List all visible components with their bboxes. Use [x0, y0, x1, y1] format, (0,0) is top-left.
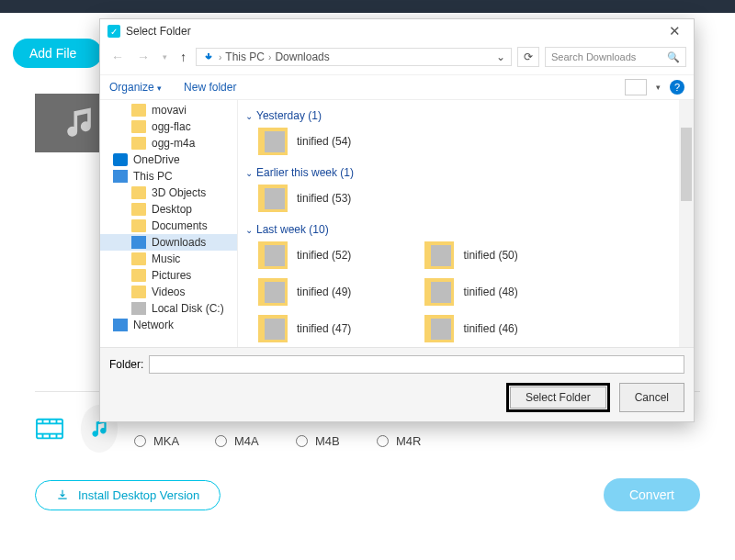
folder-tree: movaviogg-flacogg-m4aOneDriveThis PC3D O…: [100, 100, 238, 347]
app-topbar: [0, 0, 735, 13]
install-desktop-button[interactable]: Install Desktop Version: [35, 480, 220, 510]
select-folder-highlight: Select Folder: [506, 383, 610, 412]
tree-item-movavi[interactable]: movavi: [100, 102, 237, 118]
folder-item[interactable]: tinified (48): [424, 278, 517, 306]
folder-field-label: Folder:: [109, 358, 143, 371]
tree-item-pictures[interactable]: Pictures: [100, 267, 237, 284]
down-arrow-icon: [202, 51, 215, 62]
tree-item-ogg-m4a[interactable]: ogg-m4a: [100, 135, 237, 151]
tree-item-this-pc[interactable]: This PC: [100, 168, 237, 185]
dialog-title: Select Folder: [126, 25, 191, 38]
add-file-button[interactable]: Add File: [13, 39, 102, 68]
forward-icon[interactable]: →: [133, 50, 153, 64]
format-option-m4b[interactable]: M4B: [296, 434, 377, 448]
tree-item-documents[interactable]: Documents: [100, 218, 237, 234]
search-input[interactable]: Search Downloads 🔍: [545, 47, 686, 67]
tree-item-videos[interactable]: Videos: [100, 284, 237, 300]
tree-item-desktop[interactable]: Desktop: [100, 201, 237, 218]
format-option-mka[interactable]: MKA: [134, 434, 215, 448]
folder-item[interactable]: tinified (46): [424, 315, 517, 342]
search-placeholder: Search Downloads: [551, 51, 636, 62]
path-segment[interactable]: Downloads: [275, 50, 329, 63]
dialog-toolbar: Organize ▾ New folder ▾ ?: [100, 74, 694, 99]
up-icon[interactable]: ↑: [176, 50, 190, 64]
group-header[interactable]: ⌄Yesterday (1): [245, 104, 686, 126]
cancel-button[interactable]: Cancel: [619, 383, 684, 412]
search-icon: 🔍: [667, 51, 680, 63]
close-icon[interactable]: ✕: [663, 23, 686, 39]
tree-item-local-disk-c-[interactable]: Local Disk (C:): [100, 300, 237, 317]
help-icon[interactable]: ?: [670, 80, 684, 95]
video-format-icon[interactable]: [35, 413, 64, 444]
organize-menu[interactable]: Organize ▾: [109, 81, 162, 94]
scrollbar[interactable]: [679, 100, 694, 347]
app-logo-icon: ✓: [107, 25, 120, 38]
music-note-icon: [59, 103, 99, 143]
folder-item[interactable]: tinified (53): [258, 185, 351, 212]
tree-item-network[interactable]: Network: [100, 317, 237, 333]
download-icon: [56, 488, 69, 501]
dialog-body: movaviogg-flacogg-m4aOneDriveThis PC3D O…: [100, 99, 694, 347]
group-header[interactable]: ⌄Earlier this week (1): [245, 161, 686, 183]
group-header[interactable]: ⌄Last week (10): [245, 218, 686, 240]
dialog-titlebar: ✓ Select Folder ✕: [100, 19, 694, 43]
tree-item-music[interactable]: Music: [100, 251, 237, 267]
folder-item[interactable]: tinified (54): [258, 128, 351, 155]
folder-name-input[interactable]: [149, 355, 684, 374]
tree-item-downloads[interactable]: Downloads: [100, 234, 237, 251]
folder-item[interactable]: tinified (50): [424, 241, 517, 269]
tree-item-3d-objects[interactable]: 3D Objects: [100, 185, 237, 201]
chevron-down-icon[interactable]: ▾: [159, 52, 171, 62]
back-icon[interactable]: ←: [107, 50, 128, 64]
folder-item[interactable]: tinified (47): [258, 315, 351, 342]
select-folder-button[interactable]: Select Folder: [510, 386, 606, 409]
path-segment[interactable]: This PC: [225, 50, 265, 63]
folder-content: ⌄Yesterday (1)tinified (54)⌄Earlier this…: [238, 100, 694, 347]
breadcrumb[interactable]: › This PC › Downloads ⌄: [196, 48, 512, 66]
dialog-nav: ← → ▾ ↑ › This PC › Downloads ⌄ ⟳ Search…: [100, 43, 694, 74]
select-folder-dialog: ✓ Select Folder ✕ ← → ▾ ↑ › This PC › Do…: [99, 18, 695, 422]
convert-button[interactable]: Convert: [604, 478, 700, 511]
refresh-icon[interactable]: ⟳: [517, 47, 539, 67]
folder-item[interactable]: tinified (49): [258, 278, 351, 306]
format-option-m4r[interactable]: M4R: [377, 434, 458, 448]
tree-item-onedrive[interactable]: OneDrive: [100, 151, 237, 168]
install-label: Install Desktop Version: [78, 488, 199, 502]
new-folder-button[interactable]: New folder: [184, 81, 236, 94]
tree-item-ogg-flac[interactable]: ogg-flac: [100, 118, 237, 135]
folder-item[interactable]: tinified (52): [258, 241, 351, 269]
dialog-footer: Folder: Select Folder Cancel: [100, 347, 694, 421]
format-option-m4a[interactable]: M4A: [215, 434, 296, 448]
view-options-icon[interactable]: [625, 79, 647, 95]
